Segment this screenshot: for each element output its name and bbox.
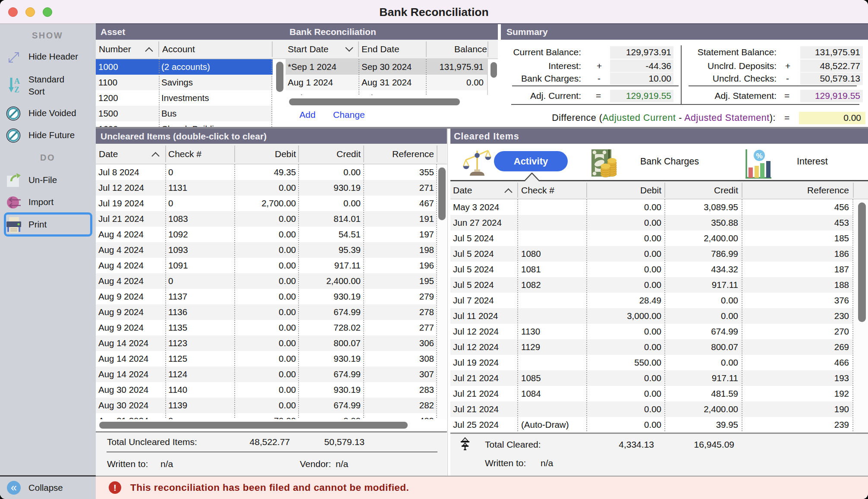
- svg-text:%: %: [756, 152, 762, 160]
- svg-text:A: A: [14, 77, 20, 85]
- svg-text:Z: Z: [14, 85, 19, 93]
